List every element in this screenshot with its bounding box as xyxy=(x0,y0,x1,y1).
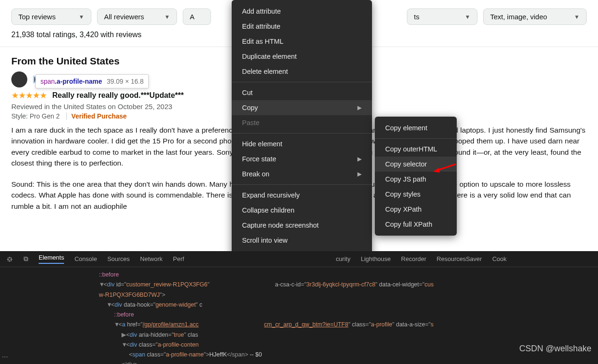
ctx-edit-attribute[interactable]: Edit attribute xyxy=(232,19,372,34)
inspect-tooltip: span.a-profile-name 39.09 × 16.8 xyxy=(35,74,149,88)
inspect-icon[interactable]: ⯐ xyxy=(7,255,13,263)
ctx-cut[interactable]: Cut xyxy=(232,85,372,100)
chevron-down-icon: ▼ xyxy=(574,14,580,20)
star-rating-icon: ★★★★★ xyxy=(11,90,47,101)
tab-cookies[interactable]: Cook xyxy=(492,255,506,262)
filter-reviewers[interactable]: All reviewers▼ xyxy=(97,8,177,25)
style-label: Style: Pro Gen 2 xyxy=(11,112,60,120)
chevron-down-icon: ▼ xyxy=(164,14,170,20)
device-icon[interactable]: ⧉ xyxy=(24,255,28,263)
tab-resourcessaver[interactable]: ResourcesSaver xyxy=(436,255,482,262)
sub-copy-xpath[interactable]: Copy XPath xyxy=(375,202,457,217)
ctx-hide[interactable]: Hide element xyxy=(232,136,372,151)
ctx-delete[interactable]: Delete element xyxy=(232,64,372,79)
tab-console[interactable]: Console xyxy=(74,255,97,262)
tab-elements[interactable]: Elements xyxy=(39,254,64,264)
chevron-right-icon: ▶ xyxy=(357,171,362,177)
filter-format[interactable]: Text, image, video▼ xyxy=(483,8,587,25)
tab-network[interactable]: Network xyxy=(140,255,163,262)
sub-copy-outerhtml[interactable]: Copy outerHTML xyxy=(375,142,457,157)
overflow-icon[interactable]: ⋯ xyxy=(2,353,8,360)
avatar xyxy=(11,71,27,87)
sub-copy-jspath[interactable]: Copy JS path xyxy=(375,172,457,187)
ctx-add-attribute[interactable]: Add attribute xyxy=(232,4,372,19)
ctx-screenshot[interactable]: Capture node screenshot xyxy=(232,218,372,233)
ctx-copy[interactable]: Copy▶ xyxy=(232,100,372,115)
context-submenu-copy[interactable]: Copy element Copy outerHTML Copy selecto… xyxy=(375,117,457,236)
ctx-scroll[interactable]: Scroll into view xyxy=(232,233,372,248)
devtools-panel[interactable]: ⯐ ⧉ Elements Console Sources Network Per… xyxy=(0,251,598,364)
filter-4[interactable]: ts▼ xyxy=(407,8,477,25)
filter-sort[interactable]: Top reviews▼ xyxy=(11,8,91,25)
dom-tree[interactable]: ::before ▼<div id="customer_review-R1PQX… xyxy=(0,267,598,364)
ctx-collapse[interactable]: Collapse children xyxy=(232,203,372,218)
ctx-expand[interactable]: Expand recursively xyxy=(232,188,372,203)
sub-copy-styles[interactable]: Copy styles xyxy=(375,187,457,202)
watermark: CSDN @wellshake xyxy=(519,344,591,354)
sub-copy-element[interactable]: Copy element xyxy=(375,120,457,135)
annotation-arrow-icon xyxy=(432,162,457,174)
tab-sources[interactable]: Sources xyxy=(107,255,130,262)
verified-purchase-badge: Verified Purchase xyxy=(66,112,127,120)
tab-security[interactable]: curity xyxy=(336,255,350,262)
ctx-paste: Paste xyxy=(232,115,372,130)
tab-lighthouse[interactable]: Lighthouse xyxy=(361,255,391,262)
devtools-tabs[interactable]: ⯐ ⧉ Elements Console Sources Network Per… xyxy=(0,251,598,267)
filter-3[interactable]: A xyxy=(183,8,211,25)
chevron-right-icon: ▶ xyxy=(357,156,362,162)
review-title[interactable]: Really really really good.***Update*** xyxy=(52,91,184,100)
tab-perf[interactable]: Perf xyxy=(173,255,184,262)
chevron-down-icon: ▼ xyxy=(79,14,84,20)
ctx-break-on[interactable]: Break on▶ xyxy=(232,166,372,182)
chevron-down-icon: ▼ xyxy=(465,14,470,20)
svg-marker-1 xyxy=(433,168,440,173)
sub-copy-fullxpath[interactable]: Copy full XPath xyxy=(375,217,457,232)
ctx-edit-html[interactable]: Edit as HTML xyxy=(232,34,372,49)
chevron-right-icon: ▶ xyxy=(357,104,362,111)
ctx-force-state[interactable]: Force state▶ xyxy=(232,151,372,166)
ctx-duplicate[interactable]: Duplicate element xyxy=(232,49,372,64)
tab-recorder[interactable]: Recorder xyxy=(401,255,426,262)
